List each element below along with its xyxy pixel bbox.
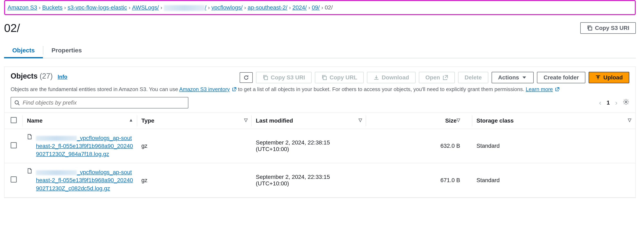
gear-icon <box>623 99 629 105</box>
breadcrumb-buckets[interactable]: Buckets <box>42 4 62 11</box>
objects-table: Name▲ Type▽ Last modified▽ Size▽ Storage… <box>4 113 636 198</box>
chevron-right-icon: › <box>129 5 130 11</box>
cell-storage: Standard <box>472 129 636 163</box>
file-icon <box>27 134 32 141</box>
copy-url-button[interactable]: Copy URL <box>315 72 364 83</box>
prev-page-button[interactable]: ‹ <box>599 99 601 107</box>
panel-title: Objects (27) <box>10 72 55 80</box>
search-input[interactable] <box>23 99 185 106</box>
breadcrumb-amazon-s3[interactable]: Amazon S3 <box>8 4 37 11</box>
info-link[interactable]: Info <box>58 74 68 80</box>
svg-rect-1 <box>264 77 268 80</box>
cell-storage: Standard <box>472 163 636 197</box>
download-icon <box>374 75 379 80</box>
breadcrumb-region[interactable]: ap-southeast-2/ <box>248 4 288 11</box>
svg-point-3 <box>15 101 18 104</box>
delete-button[interactable]: Delete <box>458 72 488 83</box>
breadcrumb-bucket-name[interactable]: s3-vpc-flow-logs-elastic <box>68 4 127 11</box>
svg-rect-2 <box>323 77 326 80</box>
refresh-icon <box>243 75 249 80</box>
col-header-storage[interactable]: Storage class▽ <box>472 113 636 129</box>
sort-asc-icon: ▲ <box>129 117 133 123</box>
cell-size: 632.0 B <box>366 129 472 163</box>
refresh-button[interactable] <box>240 72 253 83</box>
sort-icon: ▽ <box>358 117 362 123</box>
tab-objects[interactable]: Objects <box>4 43 43 58</box>
breadcrumb-month[interactable]: 09/ <box>312 4 320 11</box>
table-row: _vpcflowlogs_ap-southeast-2_fl-055e13f9f… <box>4 129 636 163</box>
open-button[interactable]: Open <box>419 72 455 83</box>
external-link-icon <box>232 87 236 93</box>
sort-icon: ▽ <box>457 117 460 123</box>
cell-type: gz <box>137 163 252 197</box>
breadcrumb-current: 02/ <box>325 4 333 11</box>
caret-down-icon <box>522 75 527 80</box>
chevron-right-icon: › <box>244 5 246 11</box>
breadcrumb-awslogs[interactable]: AWSLogs/ <box>132 4 159 11</box>
panel-description: Objects are the fundamental entities sto… <box>4 86 636 97</box>
external-link-icon <box>555 87 560 93</box>
tabs: Objects Properties <box>4 43 636 58</box>
sort-icon: ▽ <box>244 117 248 123</box>
cell-modified: September 2, 2024, 22:33:15 (UTC+10:00) <box>252 163 366 197</box>
copy-icon <box>262 75 268 80</box>
chevron-right-icon: › <box>64 5 66 11</box>
cell-modified: September 2, 2024, 22:38:15 (UTC+10:00) <box>252 129 366 163</box>
upload-icon <box>595 75 601 80</box>
page-title: 02/ <box>4 21 20 35</box>
chevron-right-icon: › <box>208 5 210 11</box>
search-box[interactable] <box>10 97 188 108</box>
sort-icon: ▽ <box>628 117 631 123</box>
col-header-modified[interactable]: Last modified▽ <box>252 113 366 129</box>
chevron-right-icon: › <box>322 5 323 11</box>
objects-count: (27) <box>40 72 53 80</box>
s3-inventory-link[interactable]: Amazon S3 inventory <box>179 86 230 92</box>
col-header-type[interactable]: Type▽ <box>137 113 252 129</box>
copy-icon <box>322 75 327 80</box>
file-icon <box>27 168 32 175</box>
actions-dropdown[interactable]: Actions <box>492 72 534 83</box>
col-header-size[interactable]: Size▽ <box>366 113 472 129</box>
create-folder-button[interactable]: Create folder <box>537 72 585 83</box>
copy-s3-uri-button[interactable]: Copy S3 URI <box>256 72 312 83</box>
learn-more-link[interactable]: Learn more <box>526 86 553 92</box>
row-checkbox[interactable] <box>10 142 17 148</box>
chevron-right-icon: › <box>160 5 162 11</box>
cell-type: gz <box>137 129 252 163</box>
objects-panel: Objects (27) Info Copy S3 URI Copy URL <box>4 67 636 198</box>
tab-properties[interactable]: Properties <box>43 43 90 58</box>
settings-button[interactable] <box>623 99 629 107</box>
breadcrumb-vpcflowlogs[interactable]: vpcflowlogs/ <box>212 4 243 11</box>
chevron-right-icon: › <box>39 5 41 11</box>
object-link[interactable]: _vpcflowlogs_ap-southeast-2_fl-055e13f9f… <box>36 134 133 158</box>
svg-point-4 <box>625 101 627 103</box>
breadcrumb: Amazon S3 › Buckets › s3-vpc-flow-logs-e… <box>4 0 636 15</box>
search-icon <box>14 100 20 106</box>
download-button[interactable]: Download <box>367 72 416 83</box>
select-all-checkbox[interactable] <box>10 117 17 123</box>
external-link-icon <box>442 75 448 80</box>
copy-s3-uri-top-button[interactable]: Copy S3 URI <box>580 22 636 34</box>
upload-button[interactable]: Upload <box>589 72 629 83</box>
table-row: _vpcflowlogs_ap-southeast-2_fl-055e13f9f… <box>4 163 636 197</box>
breadcrumb-year[interactable]: 2024/ <box>292 4 307 11</box>
chevron-right-icon: › <box>308 5 310 11</box>
page-number: 1 <box>606 99 610 106</box>
chevron-right-icon: › <box>289 5 291 11</box>
cell-size: 671.0 B <box>366 163 472 197</box>
object-link[interactable]: _vpcflowlogs_ap-southeast-2_fl-055e13f9f… <box>36 168 133 192</box>
copy-icon <box>587 25 592 31</box>
next-page-button[interactable]: › <box>615 99 618 107</box>
row-checkbox[interactable] <box>10 176 17 182</box>
col-header-name[interactable]: Name▲ <box>23 113 137 129</box>
pagination: ‹ 1 › <box>599 99 629 107</box>
breadcrumb-account-redacted[interactable]: / <box>164 4 206 11</box>
svg-rect-0 <box>589 27 592 30</box>
